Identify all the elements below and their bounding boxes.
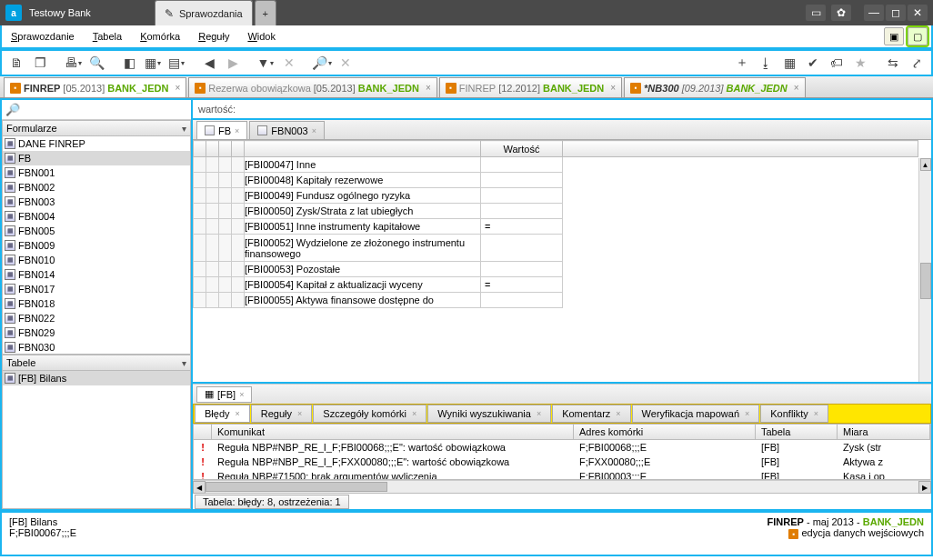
close-icon[interactable]: × (312, 126, 316, 135)
toolbar-clearsearch-icon[interactable]: ✕ (335, 53, 356, 73)
document-tab[interactable]: ▪ Rezerwa obowiązkowa [05.2013] BANK_JED… (188, 77, 436, 97)
formularze-item[interactable]: FBN004 (3, 209, 190, 224)
close-icon[interactable]: × (297, 409, 302, 418)
toolbar-search-icon[interactable]: 🔎 (311, 53, 333, 73)
row-label[interactable]: [FBI00054] Kapitał z aktualizacji wyceny (245, 277, 481, 293)
message-row[interactable]: !Reguła NBP#NBP_RE_I_F;FXX00080;;;E": wa… (194, 455, 930, 469)
toolbar-edit-icon[interactable]: ◧ (118, 53, 140, 73)
row-label[interactable]: [FBI00048] Kapitały rezerwowe (245, 173, 481, 188)
close-icon[interactable]: × (175, 83, 180, 93)
vertical-scrollbar[interactable]: ▲ (918, 158, 931, 382)
form-tab-fb[interactable]: FB× (196, 121, 247, 139)
toolbar-row-icon[interactable]: ▤ (166, 53, 187, 73)
formularze-item[interactable]: FBN018 (3, 296, 190, 311)
row-label[interactable]: [FBI00053] Pozostałe (245, 262, 481, 277)
value-cell[interactable] (481, 188, 563, 204)
toolbar-preview-icon[interactable]: 🔍 (85, 53, 107, 73)
bottom-tab[interactable]: Szczegóły komórki× (313, 405, 426, 423)
close-icon[interactable]: × (794, 83, 799, 93)
close-icon[interactable]: × (235, 126, 239, 135)
toolbar-print-icon[interactable]: 🖶 (62, 53, 84, 73)
value-cell[interactable] (481, 173, 563, 188)
new-tab-button[interactable]: + (255, 0, 276, 25)
toolbar-check-icon[interactable]: ✔ (802, 53, 824, 73)
toolbar-new-icon[interactable]: 🗎 (5, 53, 27, 73)
toolbar-forward-icon[interactable]: ▶ (222, 53, 244, 73)
formularze-item[interactable]: FBN001 (3, 165, 190, 180)
tabele-header[interactable]: Tabele ▾ (2, 355, 191, 371)
search-icon[interactable]: 🔎 (5, 103, 20, 116)
toolbar-clearfilter-icon[interactable]: ✕ (278, 53, 300, 73)
formularze-item[interactable]: FBN010 (3, 253, 190, 267)
formularze-item[interactable]: FB (3, 151, 190, 165)
toolbar-export-icon[interactable]: ⤤ (906, 53, 928, 73)
menu-widok[interactable]: Widok (238, 27, 285, 45)
value-cell[interactable] (481, 262, 563, 277)
formularze-item[interactable]: FBN003 (3, 195, 190, 209)
row-label[interactable]: [FBI00055] Aktywa finansowe dostępne do (245, 293, 481, 308)
row-label[interactable]: [FBI00047] Inne (245, 157, 481, 173)
maximize-button[interactable]: ◻ (886, 5, 906, 21)
formularze-item[interactable]: DANE FINREP (3, 136, 190, 151)
formularze-item[interactable]: FBN005 (3, 224, 190, 238)
formularze-item[interactable]: FBN030 (3, 340, 190, 355)
close-button[interactable]: ✕ (908, 5, 928, 21)
value-cell[interactable] (481, 204, 563, 219)
message-row[interactable]: !Reguła NBP#71500: brak argumentów wylic… (194, 469, 930, 480)
toolbar-link-icon[interactable]: ⇆ (882, 53, 904, 73)
close-icon[interactable]: × (610, 83, 616, 93)
value-cell[interactable]: = (481, 219, 563, 235)
row-label[interactable]: [FBI00050] Zysk/Strata z lat ubiegłych (245, 204, 481, 219)
toolbar-copy-icon[interactable]: ❐ (29, 53, 51, 73)
toolbar-grid-icon[interactable]: ▦ (142, 53, 164, 73)
close-icon[interactable]: × (412, 409, 416, 418)
bottom-tab[interactable]: Komentarz× (552, 405, 630, 423)
crumb-tab[interactable]: ▦[FB]× (196, 386, 252, 403)
value-cell[interactable] (481, 293, 563, 308)
bottom-tab[interactable]: Weryfikacja mapowań× (632, 405, 760, 423)
close-icon[interactable]: × (426, 83, 431, 93)
panel-toggle-2[interactable]: ▢ (908, 27, 928, 45)
formularze-item[interactable]: FBN009 (3, 238, 190, 253)
bottom-tab[interactable]: Reguły× (251, 405, 313, 423)
value-cell[interactable]: = (481, 277, 563, 293)
toolbar-add-icon[interactable]: ＋ (731, 53, 753, 73)
bottom-tab[interactable]: Wyniki wyszukiwania× (427, 405, 551, 423)
settings-icon[interactable]: ✿ (831, 5, 851, 21)
toolbar-back-icon[interactable]: ◀ (198, 53, 220, 73)
document-tab[interactable]: ▪ *NB300 [09.2013] BANK_JEDN × (624, 77, 806, 97)
document-tab[interactable]: ▪ FINREP [12.2012] BANK_JEDN × (439, 77, 622, 97)
menu-sprawozdanie[interactable]: Sprawozdanie (2, 27, 84, 45)
formularze-item[interactable]: FBN014 (3, 267, 190, 282)
menu-reguly[interactable]: Reguły (189, 27, 238, 45)
close-icon[interactable]: × (814, 409, 818, 418)
formularze-item[interactable]: FBN029 (3, 325, 190, 340)
row-label[interactable]: [FBI00051] Inne instrumenty kapitałowe (245, 219, 481, 235)
window-tab-sprawozdania[interactable]: ✎ Sprawozdania (155, 0, 253, 25)
minimize-button[interactable]: — (864, 5, 884, 21)
form-tab-fbn003[interactable]: FBN003× (249, 121, 325, 139)
bottom-tab[interactable]: Błędy× (195, 405, 250, 423)
formularze-item[interactable]: FBN017 (3, 282, 190, 296)
close-icon[interactable]: × (236, 409, 240, 418)
close-icon[interactable]: × (239, 390, 244, 399)
message-row[interactable]: !Reguła NBP#NBP_RE_I_F;FBI00068;;;E": wa… (194, 440, 930, 455)
tabele-item[interactable]: [FB] Bilans (3, 371, 190, 385)
row-label[interactable]: [FBI00052] Wydzielone ze złożonego instr… (245, 235, 481, 262)
formularze-item[interactable]: FBN022 (3, 311, 190, 325)
toolbar-filter-icon[interactable]: ▼ (255, 53, 276, 73)
toolbar-tag-icon[interactable]: 🏷 (826, 53, 848, 73)
toolbar-star-icon[interactable]: ★ (849, 53, 871, 73)
close-icon[interactable]: × (745, 409, 749, 418)
formularze-header[interactable]: Formularze ▾ (2, 120, 191, 136)
value-cell[interactable] (481, 235, 563, 262)
close-icon[interactable]: × (537, 409, 541, 418)
toolbar-download-icon[interactable]: ⭳ (755, 53, 777, 73)
close-icon[interactable]: × (616, 409, 620, 418)
menu-komorka[interactable]: Komórka (131, 27, 189, 45)
horizontal-scrollbar[interactable]: ◀▶ (193, 480, 931, 493)
bottom-tab[interactable]: Konflikty× (760, 405, 828, 423)
formularze-item[interactable]: FBN002 (3, 180, 190, 195)
panel-toggle-1[interactable]: ▣ (884, 27, 904, 45)
document-tab-active[interactable]: ▪ FINREP [05.2013] BANK_JEDN × (4, 77, 186, 97)
